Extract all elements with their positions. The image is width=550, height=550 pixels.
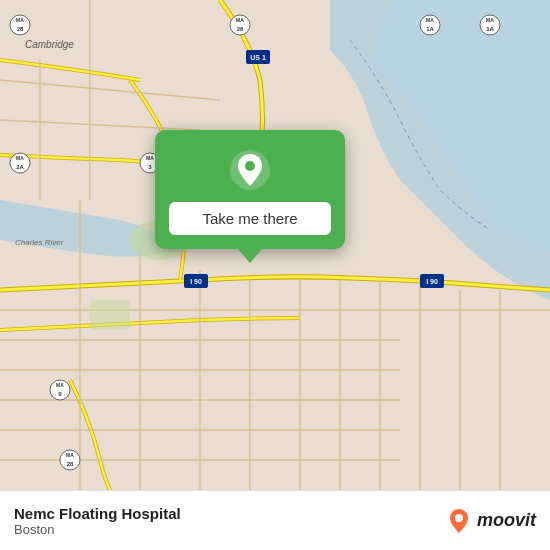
take-me-there-button[interactable]: Take me there — [169, 202, 331, 235]
svg-text:US 1: US 1 — [250, 54, 266, 61]
location-city: Boston — [14, 522, 445, 537]
map-container: I 90 I 90 US 1 MA 2A MA 3 MA 28 MA 9 MA … — [0, 0, 550, 490]
moovit-pin-icon — [445, 507, 473, 535]
svg-text:MA: MA — [486, 17, 494, 23]
svg-text:I 90: I 90 — [426, 278, 438, 285]
svg-point-56 — [245, 161, 255, 171]
svg-text:28: 28 — [237, 26, 244, 32]
svg-text:28: 28 — [17, 26, 24, 32]
location-name: Nemc Floating Hospital — [14, 505, 445, 522]
svg-rect-54 — [90, 300, 130, 330]
svg-point-57 — [455, 514, 463, 522]
bottom-bar: Nemc Floating Hospital Boston moovit — [0, 490, 550, 550]
svg-text:MA: MA — [56, 382, 64, 388]
svg-text:1A: 1A — [486, 26, 494, 32]
svg-text:1A: 1A — [426, 26, 434, 32]
location-pin-icon — [228, 148, 272, 192]
moovit-brand-text: moovit — [477, 510, 536, 531]
svg-text:MA: MA — [146, 155, 154, 161]
svg-text:MA: MA — [16, 155, 24, 161]
svg-text:I 90: I 90 — [190, 278, 202, 285]
svg-text:Cambridge: Cambridge — [25, 39, 74, 50]
location-info: Nemc Floating Hospital Boston — [14, 505, 445, 537]
svg-text:MA: MA — [236, 17, 244, 23]
svg-text:MA: MA — [66, 452, 74, 458]
svg-text:MA: MA — [16, 17, 24, 23]
map-popup: Take me there — [155, 130, 345, 249]
svg-text:28: 28 — [67, 461, 74, 467]
svg-text:MA: MA — [426, 17, 434, 23]
svg-text:Charles River: Charles River — [15, 238, 64, 247]
svg-text:2A: 2A — [16, 164, 24, 170]
moovit-logo: moovit — [445, 507, 536, 535]
